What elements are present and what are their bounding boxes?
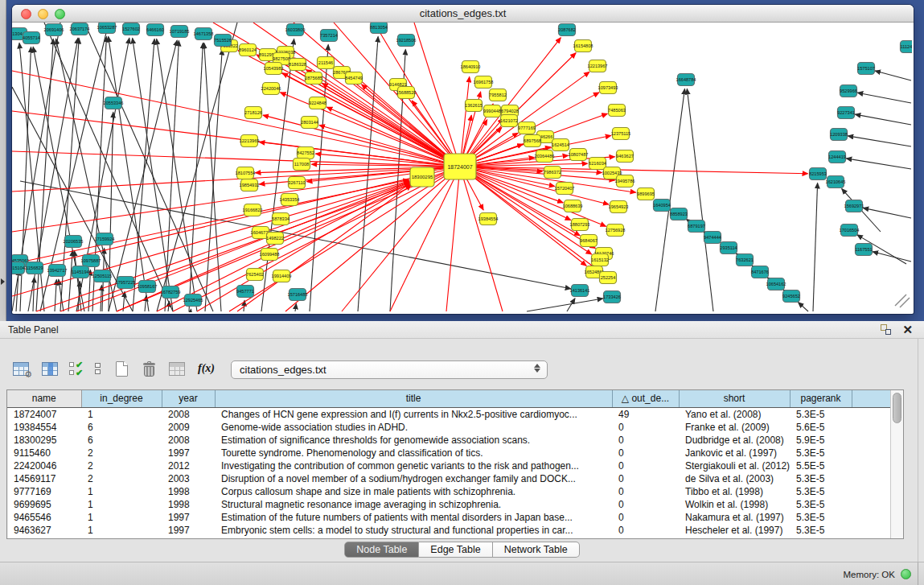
citation-edge-black[interactable] — [687, 89, 713, 311]
graph-node-yellow[interactable]: 19384554 — [478, 213, 499, 225]
float-panel-icon[interactable] — [881, 324, 891, 335]
left-splitter-gutter[interactable] — [0, 0, 6, 321]
table-cell[interactable]: 1 — [81, 407, 162, 421]
graph-node-teal[interactable]: 4055714 — [23, 32, 40, 44]
graph-node-teal[interactable]: 10719185 — [170, 26, 190, 38]
graph-node-teal[interactable]: 12925465 — [183, 295, 203, 307]
table-cell[interactable]: 9777169 — [7, 485, 81, 498]
new-document-icon[interactable] — [116, 356, 128, 381]
table-cell[interactable]: 18300295 — [7, 434, 81, 447]
citation-edge-black[interactable] — [813, 183, 818, 311]
graph-node-yellow[interactable]: 16961758 — [474, 76, 494, 89]
citation-edge-red[interactable] — [12, 180, 409, 264]
graph-node-yellow[interactable]: 10543982 — [264, 63, 284, 75]
table-cell[interactable]: 5.3E-5 — [790, 472, 852, 485]
graph-node-yellow[interactable]: 18107554 — [236, 167, 256, 179]
table-row[interactable]: 1456911722003Disruption of a novel membe… — [7, 472, 890, 485]
graph-node-yellow[interactable]: 7485063 — [608, 105, 626, 117]
tab-node-table[interactable]: Node Table — [344, 542, 419, 558]
citation-edge-red[interactable] — [322, 83, 460, 167]
table-row[interactable]: 1872400712008Changes of HCN gene express… — [7, 407, 890, 421]
graph-node-teal[interactable]: 10653287 — [97, 23, 117, 34]
table-cell[interactable]: 9699695 — [7, 498, 81, 511]
citation-edge-black[interactable] — [875, 71, 911, 80]
graph-node-teal[interactable]: 14136141 — [570, 285, 590, 297]
graph-node-yellow[interactable]: 18724007 — [444, 154, 476, 179]
table-header-row[interactable]: namein_degreeyeartitle△ out_de...shortpa… — [7, 390, 890, 407]
graph-node-yellow[interactable]: 19495786 — [615, 175, 635, 187]
graph-node-yellow[interactable]: 8427552 — [297, 147, 314, 159]
table-cell[interactable]: 2008 — [162, 407, 215, 421]
citation-edge-black[interactable] — [191, 309, 191, 311]
graph-node-yellow[interactable]: 1621072 — [500, 115, 518, 127]
graph-node-teal[interactable]: 9474444 — [704, 232, 721, 244]
window-titlebar[interactable]: citations_edges.txt — [12, 5, 914, 23]
table-cell[interactable]: 1998 — [162, 485, 215, 498]
graph-node-yellow[interactable]: 2718126 — [244, 107, 262, 119]
column-header-short[interactable]: short — [679, 390, 790, 407]
table-cell[interactable]: 0 — [612, 472, 679, 485]
citation-edge-black[interactable] — [295, 303, 296, 311]
graph-node-yellow[interactable]: 14353354 — [280, 194, 300, 206]
table-cell[interactable]: 9115460 — [7, 447, 81, 459]
citation-edge-black[interactable] — [527, 299, 603, 311]
graph-node-yellow[interactable]: 18300295 — [410, 167, 434, 187]
graph-node-teal[interactable]: 13942717 — [47, 265, 68, 277]
graph-node-teal[interactable]: 1156829 — [26, 262, 43, 274]
memory-status-indicator[interactable] — [901, 569, 911, 579]
graph-node-yellow[interactable]: 15720407 — [555, 183, 575, 195]
graph-node-yellow[interactable]: 9463627 — [616, 150, 634, 163]
function-builder-icon[interactable]: f(x) — [198, 356, 215, 381]
table-cell[interactable]: Hescheler et al. (1997) — [679, 524, 790, 537]
graph-node-yellow[interactable]: 18807293 — [570, 219, 590, 231]
graph-node-teal[interactable]: 16648784 — [676, 74, 696, 86]
graph-node-teal[interactable]: 19218506 — [396, 35, 417, 47]
graph-node-yellow[interactable]: 10973493 — [598, 82, 618, 94]
graph-node-yellow[interactable]: 252254 — [600, 272, 617, 284]
graph-node-teal[interactable]: 17957225 — [116, 277, 136, 289]
graph-node-yellow[interactable]: 1362615 — [465, 100, 483, 112]
graph-node-yellow[interactable]: 8960124 — [239, 44, 257, 56]
graph-node-teal[interactable]: 1733426 — [603, 291, 621, 303]
table-row[interactable]: 911546021997Tourette syndrome. Phenomeno… — [7, 447, 890, 459]
citation-edge-black[interactable] — [68, 250, 72, 311]
citation-edge-black[interactable] — [189, 43, 203, 311]
graph-node-teal[interactable]: 16782759 — [161, 286, 181, 299]
table-cell[interactable]: Jankovic et al. (1997) — [679, 447, 790, 459]
graph-node-teal[interactable]: 1244419 — [828, 151, 846, 163]
column-display-icon[interactable] — [42, 356, 58, 381]
select-columns-icon[interactable]: ✔ ✔ — [69, 356, 83, 381]
table-cell[interactable]: Wolkin et al. (1998) — [679, 498, 790, 511]
graph-node-yellow[interactable]: 19654923 — [609, 201, 629, 213]
graph-node-yellow[interactable]: 9224848 — [309, 97, 326, 109]
citation-edge-black[interactable] — [55, 279, 56, 311]
graph-node-teal[interactable]: 2935114 — [720, 242, 737, 254]
graph-node-yellow[interactable]: 1624514 — [552, 139, 569, 151]
table-row[interactable]: 946554611997Estimation of the future num… — [7, 511, 890, 524]
graph-node-yellow[interactable]: 9899695 — [637, 188, 655, 200]
graph-node-yellow[interactable]: 12213967 — [588, 60, 608, 72]
column-header-year[interactable]: year — [162, 390, 215, 407]
table-cell[interactable]: 18724007 — [7, 407, 81, 421]
rows-icon[interactable] — [95, 356, 101, 381]
column-header-name[interactable]: name — [7, 390, 81, 407]
table-cell[interactable]: 19384554 — [7, 421, 81, 434]
graph-node-yellow[interactable]: 2803144 — [301, 117, 318, 129]
graph-node-teal[interactable]: 8813054 — [370, 23, 388, 34]
table-cell[interactable]: 1997 — [162, 447, 215, 459]
graph-node-yellow[interactable]: 20364486 — [535, 150, 555, 163]
delete-table-icon[interactable] — [143, 356, 155, 381]
close-panel-icon[interactable]: ✕ — [902, 323, 913, 336]
graph-node-teal[interactable]: 3915104 — [12, 262, 25, 274]
graph-node-teal[interactable]: 20206535 — [64, 236, 84, 248]
table-cell[interactable]: 0 — [612, 498, 679, 511]
citation-edge-black[interactable] — [799, 303, 808, 311]
table-cell[interactable]: 6 — [81, 434, 162, 447]
citation-edge-black[interactable] — [848, 136, 911, 146]
tab-edge-table[interactable]: Edge Table — [419, 542, 492, 558]
graph-node-yellow[interactable]: 19166822 — [243, 204, 263, 216]
table-cell[interactable]: 0 — [612, 434, 679, 447]
table-cell[interactable]: 1 — [81, 498, 162, 511]
graph-node-teal[interactable]: 7357214 — [320, 30, 338, 42]
table-cell[interactable]: 22420046 — [7, 459, 81, 472]
